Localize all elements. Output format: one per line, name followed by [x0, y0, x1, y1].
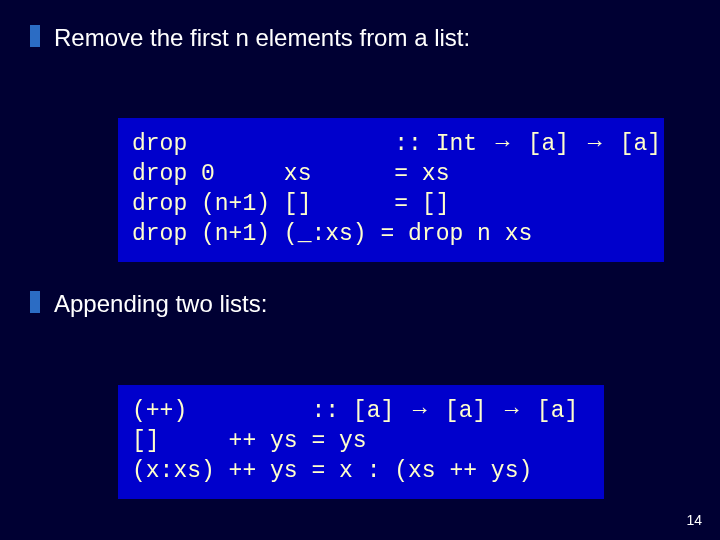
arrow-icon: →	[491, 128, 514, 158]
code-line: drop (n+1) [] = []	[132, 190, 650, 220]
code-block-drop: drop :: Int → [a] → [a] drop 0 xs = xs d…	[118, 118, 664, 262]
code-text: [a]	[514, 131, 583, 157]
code-line: [] ++ ys = ys	[132, 427, 590, 457]
arrow-icon: →	[500, 395, 523, 425]
bullet-marker	[30, 291, 40, 313]
code-block-append: (++) :: [a] → [a] → [a] [] ++ ys = ys (x…	[118, 385, 604, 499]
code-text: (++) :: [a]	[132, 398, 408, 424]
page-number: 14	[686, 512, 702, 528]
arrow-icon: →	[408, 395, 431, 425]
code-text: [a]	[606, 131, 661, 157]
code-text: [a]	[523, 398, 578, 424]
bullet-item-2: Appending two lists:	[30, 288, 267, 319]
code-text: drop :: Int	[132, 131, 491, 157]
code-text: [a]	[431, 398, 500, 424]
code-line: drop :: Int → [a] → [a]	[132, 128, 650, 160]
code-line: drop 0 xs = xs	[132, 160, 650, 190]
code-line: drop (n+1) (_:xs) = drop n xs	[132, 220, 650, 250]
bullet-item-1: Remove the first n elements from a list:	[30, 22, 470, 53]
bullet-text-2: Appending two lists:	[54, 288, 267, 319]
bullet-marker	[30, 25, 40, 47]
arrow-icon: →	[583, 128, 606, 158]
bullet-text-1: Remove the first n elements from a list:	[54, 22, 470, 53]
code-line: (++) :: [a] → [a] → [a]	[132, 395, 590, 427]
code-line: (x:xs) ++ ys = x : (xs ++ ys)	[132, 457, 590, 487]
